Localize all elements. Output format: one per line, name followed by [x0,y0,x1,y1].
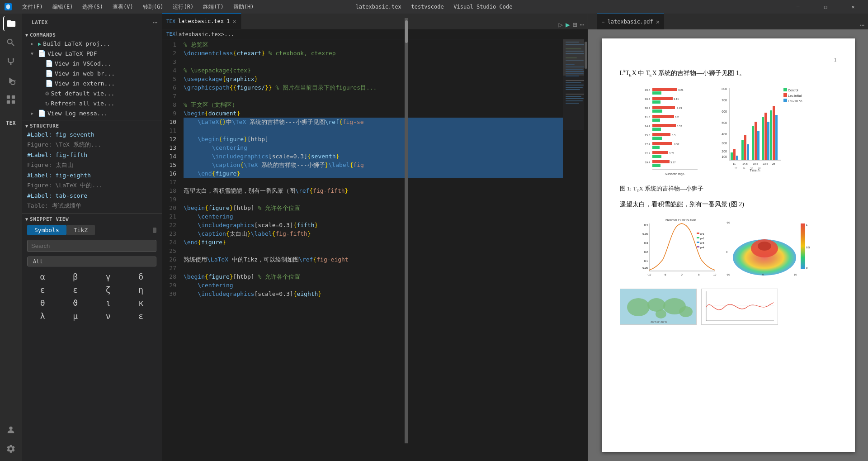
snippet-view-section-header[interactable]: ▼ SNIPPET VIEW [22,215,162,223]
activity-source-control-icon[interactable] [3,54,19,69]
main-area: TEX LATEX ⋯ ▼ COMMANDS ▶ ▶ Build LaTeX p… [0,14,868,461]
view-latex-pdf-item[interactable]: ▼ 📄 View LaTeX PDF [22,48,162,58]
commands-section-header[interactable]: ▼ COMMANDS [22,31,162,39]
tab-tikz[interactable]: TikZ [66,225,95,235]
activity-settings-icon[interactable] [3,441,19,456]
window-controls: ─ □ ✕ [788,0,863,14]
structure-label-tab-score[interactable]: #Label: tab-score [22,191,162,200]
pdf-tab-close[interactable]: ✕ [656,18,660,25]
symbols-grid: α β γ δ ε ε ζ η θ ϑ ι κ λ μ ν ε [22,268,162,324]
editor-tab-latexbasic[interactable]: TEX latexbasic.tex 1 ✕ [162,13,241,29]
structure-figure-fifth[interactable]: Figure: 太白山 [22,160,162,171]
svg-rect-33 [566,100,583,101]
view-in-external-item[interactable]: 📄 View in extern... [22,78,162,88]
symbol-gamma[interactable]: γ [93,271,124,282]
activity-extensions-icon[interactable] [3,92,19,107]
pdf-content[interactable]: 1 LATEX 中 TEX 系统的吉祥物—小狮子见图 1。 [588,29,868,461]
more-actions-button[interactable]: ⋯ [580,20,584,29]
activity-run-icon[interactable] [3,73,19,88]
breadcrumb-more[interactable]: ... [224,31,234,38]
svg-text:800: 800 [722,87,727,90]
structure-label-fig-seventh[interactable]: #Label: fig-seventh [22,130,162,139]
svg-text:10: 10 [713,273,716,276]
refresh-views-item[interactable]: ↻ Refresh all vie... [22,98,162,108]
tab-close-icon[interactable]: ✕ [232,18,236,25]
symbol-alpha[interactable]: α [27,271,58,282]
all-filter-button[interactable]: All [27,257,156,266]
symbol-epsilon3[interactable]: ε [126,310,157,322]
menu-edit[interactable]: 编辑(E) [49,2,77,12]
activity-files-icon[interactable] [3,16,19,31]
tab-symbols[interactable]: Symbols [27,225,66,235]
structure-label-fig-fifth[interactable]: #Label: fig-fifth [22,150,162,160]
svg-text:μ=3: μ=3 [700,242,704,244]
svg-text:29.8: 29.8 [645,89,650,91]
maximize-button[interactable]: □ [815,0,836,14]
svg-text:0.5: 0.5 [672,134,676,137]
symbol-epsilon2[interactable]: ε [60,284,91,295]
activity-account-icon[interactable] [3,422,19,437]
menu-terminal[interactable]: 终端(T) [199,2,227,12]
symbol-mu[interactable]: μ [60,310,91,322]
structure-figure-eighth[interactable]: Figure: \LaTeX 中的... [22,180,162,191]
svg-text:14.5: 14.5 [742,162,748,165]
build-latex-item[interactable]: ▶ ▶ Build LaTeX proj... [22,39,162,48]
svg-rect-95 [747,144,749,160]
activity-search-icon[interactable] [3,35,19,50]
set-default-viewer-item[interactable]: ⚙ Set default vie... [22,88,162,98]
breadcrumb-file[interactable]: latexbasic.tex [175,31,221,38]
symbol-nu[interactable]: ν [93,310,124,322]
menu-file[interactable]: 文件(F) [19,2,47,12]
run-all-button[interactable]: ▶ [566,20,570,29]
structure-table-score[interactable]: Table: 考试成绩单 [22,200,162,211]
symbol-zeta[interactable]: ζ [93,284,124,295]
svg-rect-29 [566,89,580,90]
menu-view[interactable]: 查看(V) [109,2,137,12]
structure-section-header[interactable]: ▼ STRUCTURE [22,122,162,130]
structure-figure-seventh[interactable]: Figure: \TeX 系统的... [22,139,162,150]
editor-scrollbar[interactable] [585,42,587,69]
svg-text:-10: -10 [726,273,730,276]
breadcrumb-sep: > [221,31,224,38]
activity-tex-icon[interactable]: TEX [3,115,19,131]
structure-section-title: STRUCTURE [30,123,59,129]
minimize-button[interactable]: ─ [788,0,808,14]
structure-label-fig-eighth[interactable]: #Label: fig-eighth [22,171,162,180]
code-line-4: % \usepackage{ctex} [184,66,563,75]
symbol-delta[interactable]: δ [126,271,157,282]
window-title: latexbasic.tex - testvscode - Visual Stu… [356,4,513,10]
search-input[interactable] [27,240,156,252]
menu-help[interactable]: 帮助(H) [230,2,258,12]
view-in-vscode-item[interactable]: 📄 View in VSCod... [22,58,162,68]
svg-text:Surfactin mg/L: Surfactin mg/L [665,172,685,176]
code-line-13: \centering [184,143,563,152]
view-log-item[interactable]: ▶ 📄 View Log messa... [22,108,162,118]
symbol-theta1[interactable]: θ [27,297,58,309]
view-in-web-item[interactable]: 📄 View in web br... [22,68,162,78]
svg-text:22.3: 22.3 [645,152,650,155]
close-button[interactable]: ✕ [843,0,863,14]
symbol-theta2[interactable]: ϑ [60,297,91,309]
menu-select[interactable]: 选择(S) [79,2,107,12]
menu-goto[interactable]: 转到(G) [139,2,167,12]
symbol-beta[interactable]: β [60,271,91,282]
minimap [563,39,588,461]
code-area[interactable]: % 总览区 \documentclass{ctexart} % ctexbook… [180,39,563,461]
svg-text:11: 11 [733,162,736,165]
svg-rect-40 [652,100,660,104]
symbol-iota[interactable]: ι [93,297,124,309]
editor-tab-number: 1 [226,18,230,24]
sidebar-more-icon[interactable]: ⋯ [153,18,157,27]
line-numbers: 1 2 3 4 5 6 7 8 9 10 11 12 13 14 15 16 1… [162,39,180,461]
code-line-18: 遥望太白，看积雪皑皑，别有一番风景（图\ref{fig-fifth} [184,186,563,195]
split-editor-button[interactable]: ⊞ [573,20,577,29]
symbol-lambda[interactable]: λ [27,310,58,322]
code-line-28: \begin{figure}[htbp] % 允许各个位置 [184,272,563,281]
symbol-kappa[interactable]: κ [126,297,157,309]
menu-run[interactable]: 运行(R) [169,2,197,12]
pdf-more-actions[interactable]: ⋯ [860,21,864,29]
run-button[interactable]: ▷ [558,20,563,29]
pdf-tab[interactable]: ≡ latexbasic.pdf ✕ [597,14,664,29]
symbol-eta[interactable]: η [126,284,157,295]
symbol-epsilon1[interactable]: ε [27,284,58,295]
